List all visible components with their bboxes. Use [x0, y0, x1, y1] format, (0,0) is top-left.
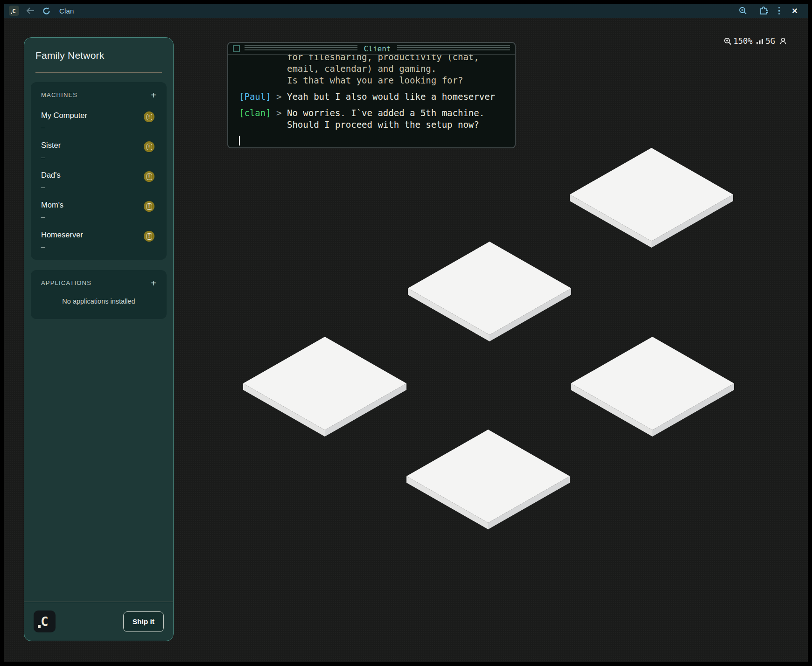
chat-message-paul: [Paul] > Yeah but I also would like a ho…	[239, 91, 512, 103]
machine-row-sister[interactable]: Sister _ !	[41, 141, 156, 158]
applications-label: APPLICATIONS	[41, 279, 91, 286]
sender-label: [clan]	[239, 107, 271, 131]
extensions-icon[interactable]	[758, 5, 769, 16]
titlebar-stripes-left	[245, 45, 357, 52]
prompt-arrow: >	[271, 107, 287, 131]
prompt-arrow: >	[271, 91, 287, 103]
add-application-button[interactable]: +	[151, 280, 156, 286]
close-icon[interactable]: ✕	[789, 5, 800, 16]
applications-card: APPLICATIONS + No applications installed	[31, 270, 167, 319]
alert-badge-icon: !	[144, 141, 154, 152]
machine-tile[interactable]	[569, 147, 734, 248]
sidebar-footer: C Ship it	[24, 602, 173, 641]
machine-tile[interactable]	[243, 336, 407, 437]
window-close-box[interactable]	[233, 45, 240, 52]
clan-logo: C	[34, 610, 56, 632]
clan-favicon-glyph: C	[12, 7, 16, 14]
page-title: Clan	[59, 7, 74, 15]
person-icon	[779, 37, 787, 45]
applications-empty-text: No applications installed	[41, 298, 156, 305]
network-type-value: 5G	[766, 36, 775, 46]
client-title-bar[interactable]: Client	[228, 43, 515, 55]
network-canvas[interactable]: 150% 5G	[4, 18, 808, 662]
chat-message-clan: [clan] > No worries. I`ve added a 5th ma…	[239, 107, 512, 131]
zoom-in-icon[interactable]	[737, 5, 749, 16]
alert-badge-icon: !	[144, 111, 154, 122]
sidebar-spacer	[24, 319, 173, 602]
signal-bars-icon	[756, 38, 764, 45]
machine-tile[interactable]	[406, 429, 570, 530]
client-chat-log[interactable]: for filesharing, productivity (chat, ema…	[228, 55, 515, 147]
browser-top-bar: C Clan ✕	[4, 4, 808, 18]
client-terminal-window[interactable]: Client for filesharing, productivity (ch…	[227, 42, 516, 148]
alert-badge-icon: !	[144, 231, 154, 242]
machine-row-moms[interactable]: Mom's _ !	[41, 201, 156, 218]
machine-row-homeserver[interactable]: Homeserver _ !	[41, 230, 156, 248]
machines-card: MACHINES + My Computer _ ! Sister _ !	[31, 82, 167, 260]
magnifier-icon	[724, 37, 732, 45]
ship-it-button[interactable]: Ship it	[123, 611, 164, 632]
panel-title: Family Network	[35, 50, 162, 61]
clan-logo-glyph: C	[41, 614, 48, 629]
clan-logo-dot	[38, 625, 41, 628]
alert-badge-icon: !	[144, 171, 154, 182]
add-machine-button[interactable]: +	[151, 92, 156, 98]
titlebar-stripes-right	[397, 45, 510, 52]
back-icon[interactable]	[25, 5, 36, 16]
zoom-level-value: 150%	[734, 36, 753, 46]
terminal-cursor	[239, 136, 240, 146]
app-window: C Clan ✕ 15	[0, 0, 812, 666]
chat-history-block: for filesharing, productivity (chat, ema…	[239, 55, 512, 86]
client-window-title: Client	[357, 44, 398, 53]
menu-kebab-icon[interactable]	[778, 7, 780, 15]
sender-label: [Paul]	[239, 91, 271, 103]
machine-tile[interactable]	[407, 241, 572, 342]
alert-badge-icon: !	[144, 201, 154, 212]
clan-favicon: C	[9, 6, 19, 16]
reload-icon[interactable]	[41, 5, 52, 16]
machines-label: MACHINES	[41, 91, 77, 98]
machine-tile[interactable]	[570, 336, 735, 437]
machine-row-dads[interactable]: Dad's _ !	[41, 171, 156, 188]
clan-favicon-dot	[11, 13, 12, 14]
machine-row-my-computer[interactable]: My Computer _ !	[41, 111, 156, 128]
family-network-panel: Family Network MACHINES + My Computer _ …	[24, 37, 174, 641]
status-indicator-row: 150% 5G	[724, 36, 787, 46]
